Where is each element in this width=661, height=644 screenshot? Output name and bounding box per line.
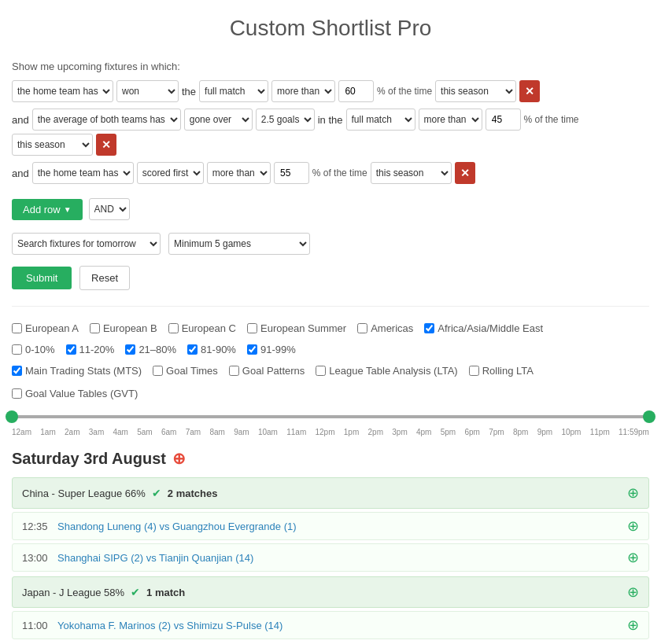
- row2-and-label: and: [12, 114, 29, 126]
- row3-season-select[interactable]: this season last season last 2 seasons l…: [371, 162, 452, 184]
- min-games-select[interactable]: Minimum 5 games Minimum 3 games Minimum …: [168, 233, 310, 255]
- league-row-china: China - Super League 66% ✔ 2 matches ⊕: [12, 477, 649, 509]
- add-row-button[interactable]: Add row ▼: [12, 199, 83, 220]
- filter-row-2: and the average of both teams has the ho…: [12, 109, 649, 156]
- stat-lta-checkbox[interactable]: [316, 366, 326, 376]
- match-name-1[interactable]: Shandong Luneng (4) vs Guangzhou Evergra…: [57, 521, 627, 532]
- stat-gvt-checkbox[interactable]: [12, 388, 22, 399]
- reset-button[interactable]: Reset: [79, 266, 130, 290]
- row2-remove-button[interactable]: ✕: [96, 134, 116, 156]
- match-plus-2[interactable]: ⊕: [627, 549, 639, 566]
- region-european-b[interactable]: European B: [90, 322, 157, 334]
- pct-11-20[interactable]: 11-20%: [66, 344, 115, 355]
- match-row-1: 12:35 Shandong Luneng (4) vs Guangzhou E…: [12, 512, 649, 540]
- pct-21-80[interactable]: 21–80%: [125, 344, 176, 355]
- date-heading-text: Saturday 3rd August: [12, 450, 166, 468]
- stat-rolling-lta[interactable]: Rolling LTA: [469, 365, 534, 377]
- region-americas-checkbox[interactable]: [357, 323, 367, 333]
- row2-col1-select[interactable]: the average of both teams has the home t…: [32, 109, 181, 131]
- stat-goal-times[interactable]: Goal Times: [153, 365, 218, 377]
- row3-col4-select[interactable]: more than less than exactly: [207, 162, 271, 184]
- row2-season-select[interactable]: this season last season last 2 seasons l…: [12, 134, 93, 156]
- pct-21-80-checkbox[interactable]: [125, 344, 135, 355]
- row1-remove-button[interactable]: ✕: [519, 80, 540, 102]
- slider-handle-left[interactable]: [6, 410, 18, 423]
- row3-and-label: and: [12, 167, 29, 179]
- league-matches-count-china: 2 matches: [168, 488, 218, 499]
- row3-col2-select[interactable]: scored first won drawn lost: [137, 162, 204, 184]
- match-plus-3[interactable]: ⊕: [627, 616, 639, 634]
- row1-the-label: the: [182, 86, 196, 98]
- stat-lta[interactable]: League Table Analysis (LTA): [316, 365, 457, 377]
- page-title: Custom Shortlist Pro: [0, 0, 661, 61]
- pct-91-99-checkbox[interactable]: [247, 344, 257, 355]
- pct-81-90[interactable]: 81-90%: [187, 344, 236, 355]
- pct-0-10[interactable]: 0-10%: [12, 344, 55, 355]
- row1-col2-select[interactable]: won drawn lost scored conceded: [116, 80, 179, 102]
- row1-pct-input[interactable]: [338, 80, 374, 102]
- row1-col3-select[interactable]: full match first half second half: [199, 80, 268, 102]
- region-european-summer-checkbox[interactable]: [247, 323, 257, 333]
- pct-91-99[interactable]: 91-99%: [247, 344, 296, 355]
- row1-col4-select[interactable]: more than less than exactly: [271, 80, 335, 102]
- league-check-icon-china: ✔: [152, 487, 161, 499]
- submit-button[interactable]: Submit: [12, 267, 72, 289]
- league-plus-china[interactable]: ⊕: [627, 484, 639, 502]
- match-time-3: 11:00: [22, 620, 57, 631]
- region-european-c[interactable]: European C: [168, 322, 236, 334]
- stat-goal-times-checkbox[interactable]: [153, 366, 163, 376]
- row2-col3-select[interactable]: full match first half second half: [346, 109, 415, 131]
- match-row-2: 13:00 Shanghai SIPG (2) vs Tianjin Quanj…: [12, 543, 649, 572]
- filter-row-3: and the home team has the away team has …: [12, 162, 649, 184]
- add-row-arrow-icon: ▼: [64, 205, 72, 214]
- match-name-2[interactable]: Shanghai SIPG (2) vs Tianjin Quanjian (1…: [57, 552, 627, 564]
- row1-season-select[interactable]: this season last season last 2 seasons l…: [435, 80, 516, 102]
- stat-goal-patterns-checkbox[interactable]: [229, 366, 239, 376]
- row2-col4-select[interactable]: more than less than exactly: [419, 109, 482, 131]
- slider-track-container[interactable]: [12, 409, 649, 425]
- percentages-group: 0-10% 11-20% 21–80% 81-90% 91-99%: [12, 344, 649, 355]
- league-plus-japan[interactable]: ⊕: [627, 583, 639, 601]
- region-european-c-checkbox[interactable]: [168, 323, 179, 333]
- match-plus-1[interactable]: ⊕: [627, 517, 639, 535]
- region-africa-asia-checkbox[interactable]: [424, 323, 434, 333]
- row3-col1-select[interactable]: the home team has the away team has eith…: [32, 162, 134, 184]
- match-row-3: 11:00 Yokohama F. Marinos (2) vs Shimizu…: [12, 611, 649, 639]
- match-time-1: 12:35: [22, 521, 57, 532]
- row3-pct-label: % of the time: [312, 167, 367, 178]
- row1-col1-select[interactable]: the home team has the away team has eith…: [12, 80, 113, 102]
- row2-col2-select[interactable]: gone over gone under scored: [184, 109, 253, 131]
- region-european-a[interactable]: European A: [12, 322, 79, 334]
- stat-mts-checkbox[interactable]: [12, 366, 22, 376]
- show-me-label: Show me upcoming fixtures in which:: [12, 61, 649, 72]
- region-european-b-checkbox[interactable]: [90, 323, 100, 333]
- match-name-3[interactable]: Yokohama F. Marinos (2) vs Shimizu S-Pul…: [57, 620, 627, 631]
- date-plus-icon[interactable]: ⊕: [172, 449, 186, 468]
- row2-pct-label: % of the time: [524, 114, 579, 125]
- row1-pct-label: % of the time: [377, 86, 432, 97]
- slider-handle-right[interactable]: [643, 410, 655, 423]
- row3-pct-input[interactable]: [274, 162, 309, 184]
- stat-gvt[interactable]: Goal Value Tables (GVT): [12, 388, 138, 399]
- row3-remove-button[interactable]: ✕: [455, 162, 475, 184]
- row2-pct-input[interactable]: [486, 109, 521, 131]
- regions-section: European A European B European C Europea…: [12, 322, 649, 334]
- pct-11-20-checkbox[interactable]: [66, 344, 76, 355]
- pct-81-90-checkbox[interactable]: [187, 344, 198, 355]
- add-row-label: Add row: [23, 204, 61, 215]
- filter-row-1: the home team has the away team has eith…: [12, 80, 649, 102]
- region-european-summer[interactable]: European Summer: [247, 322, 346, 334]
- region-africa-asia[interactable]: Africa/Asia/Middle East: [424, 322, 543, 334]
- stat-rolling-lta-checkbox[interactable]: [469, 366, 479, 376]
- stat-mts[interactable]: Main Trading Stats (MTS): [12, 365, 142, 377]
- logic-select[interactable]: AND OR: [89, 198, 130, 220]
- fixture-select[interactable]: Search fixtures for tomorrow Search fixt…: [12, 233, 161, 255]
- options-row: Search fixtures for tomorrow Search fixt…: [12, 233, 649, 255]
- region-european-a-checkbox[interactable]: [12, 323, 22, 333]
- pct-0-10-checkbox[interactable]: [12, 344, 22, 355]
- row2-goals-select[interactable]: 2.5 goals 1.5 goals 3.5 goals 0.5 goals: [256, 109, 315, 131]
- league-name-china: China - Super League 66%: [22, 488, 146, 499]
- region-americas[interactable]: Americas: [357, 322, 413, 334]
- stat-goal-patterns[interactable]: Goal Patterns: [229, 365, 305, 377]
- stat-types-group: Main Trading Stats (MTS) Goal Times Goal…: [12, 365, 649, 399]
